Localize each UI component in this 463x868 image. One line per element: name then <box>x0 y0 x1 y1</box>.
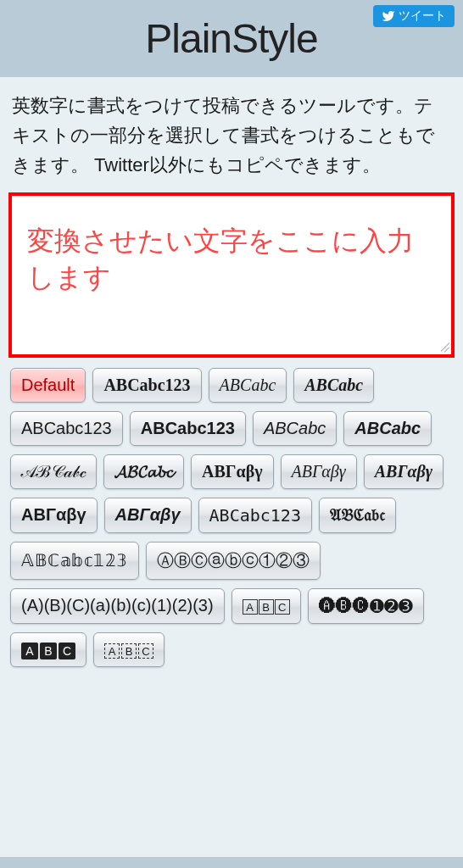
style-fraktur-button[interactable]: 𝔄𝔅ℭ𝔞𝔟𝔠 <box>319 498 396 533</box>
style-greek-bold-button[interactable]: ΑΒΓαβγ <box>191 454 274 489</box>
style-doublestruck-button[interactable]: 𝔸𝔹ℂ𝕒𝕓𝕔𝟙𝟚𝟛 <box>10 542 139 580</box>
squared-letters: A B C <box>243 599 290 615</box>
style-sans-bold-italic-button[interactable]: ABCabc <box>343 411 432 446</box>
neg-squared-letters: A B C <box>21 643 75 659</box>
style-parenthesized-button[interactable]: (A)(B)(C)(a)(b)(c)(1)(2)(3) <box>10 588 225 624</box>
style-neg-circled-button[interactable]: 🅐🅑🅒➊➋➌ <box>308 588 424 624</box>
style-serif-bold-button[interactable]: ABCabc123 <box>92 368 201 403</box>
style-greek-sans-bold-button[interactable]: ΑΒΓαβγ <box>10 498 98 533</box>
style-neg-squared-button[interactable]: A B C <box>10 632 86 667</box>
main-content: 英数字に書式をつけて投稿できるツールです。テキストの一部分を選択して書式をつける… <box>0 77 463 857</box>
style-button-grid: Default ABCabc123 ABCabc ABCabc ABCabc12… <box>5 368 458 667</box>
style-greek-sans-bold-italic-button[interactable]: ΑΒΓαβγ <box>104 498 192 533</box>
twitter-icon <box>382 9 395 23</box>
style-serif-italic-button[interactable]: ABCabc <box>209 368 287 403</box>
description-text: 英数字に書式をつけて投稿できるツールです。テキストの一部分を選択して書式をつける… <box>5 87 458 192</box>
style-serif-bold-italic-button[interactable]: ABCabc <box>293 368 374 403</box>
style-sans-bold-button[interactable]: ABCabc123 <box>130 411 246 446</box>
text-input-area[interactable]: 変換させたい文字をここに入力します <box>8 192 455 358</box>
style-sans-button[interactable]: ABCabc123 <box>10 411 123 446</box>
style-squared-button[interactable]: A B C <box>232 588 301 624</box>
style-greek-bold-italic-button[interactable]: ΑΒΓαβγ <box>364 454 443 489</box>
dotted-squared-letters: A B C <box>104 643 153 659</box>
style-sans-italic-button[interactable]: ABCabc <box>253 411 337 446</box>
input-placeholder-text: 変換させたい文字をここに入力します <box>27 223 441 296</box>
resize-handle-icon[interactable] <box>436 339 449 353</box>
style-monospace-button[interactable]: ABCabc123 <box>198 498 312 533</box>
style-script-bold-button[interactable]: 𝓐𝓑𝓒𝓪𝓫𝓬 <box>103 454 184 489</box>
style-default-button[interactable]: Default <box>10 368 86 403</box>
tweet-button[interactable]: ツイート <box>373 5 455 27</box>
style-circled-button[interactable]: ⒶⒷⒸⓐⓑⓒ①②③ <box>146 542 321 580</box>
tweet-button-label: ツイート <box>399 8 446 24</box>
style-greek-italic-button[interactable]: ΑΒΓαβγ <box>281 454 357 489</box>
style-script-button[interactable]: 𝒜ℬ𝒞𝒶𝒷𝒸 <box>10 454 97 489</box>
style-dotted-squared-button[interactable]: A B C <box>93 632 165 667</box>
